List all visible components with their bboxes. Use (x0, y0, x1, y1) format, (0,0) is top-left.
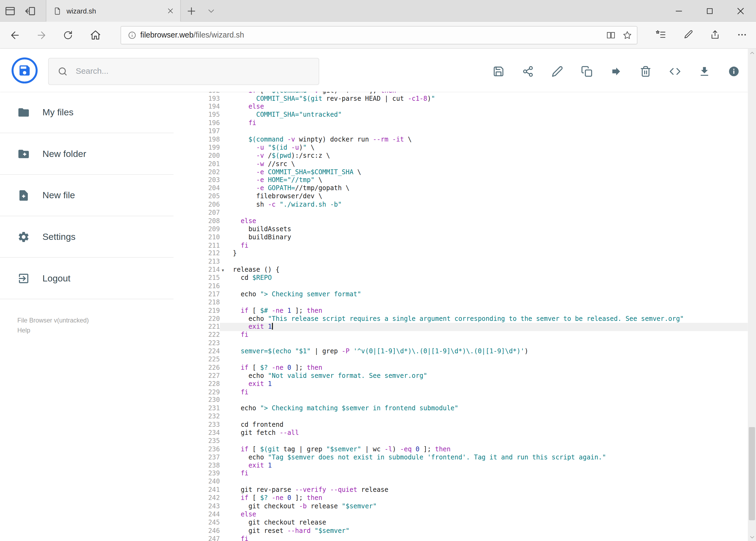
reading-view-icon[interactable] (606, 31, 616, 40)
sidebar-item-my-files[interactable]: My files (0, 92, 173, 133)
code-line[interactable]: 235 (173, 437, 748, 445)
scroll-up-icon[interactable] (748, 49, 756, 57)
code-line[interactable]: 203 -e HOME="//tmp" \ (173, 176, 748, 185)
tab-list-chevron-icon[interactable] (206, 6, 216, 16)
copy-button[interactable] (577, 62, 596, 81)
code-line[interactable]: 210 buildBinary (173, 234, 748, 242)
refresh-button[interactable] (58, 25, 78, 45)
sidebar-item-settings[interactable]: Settings (0, 216, 173, 258)
sidebar-item-logout[interactable]: Logout (0, 258, 173, 299)
code-line[interactable]: 206 sh -c "./wizard.sh -b" (173, 201, 748, 209)
raw-code-button[interactable] (665, 62, 684, 81)
code-line[interactable]: 208 else (173, 217, 748, 225)
code-line[interactable]: 238 exit 1 (173, 462, 748, 470)
favorites-hub-icon[interactable] (651, 25, 670, 44)
code-line[interactable]: 212} (173, 250, 748, 258)
tab-close-icon[interactable] (165, 6, 175, 16)
save-button[interactable] (489, 62, 508, 81)
code-line[interactable]: 225 (173, 356, 748, 364)
code-line[interactable]: 204 -e GOPATH=//tmp/gopath \ (173, 185, 748, 193)
code-line[interactable]: 213 (173, 258, 748, 266)
code-line[interactable]: 230 (173, 396, 748, 405)
share-file-button[interactable] (518, 62, 537, 81)
code-line[interactable]: 232 (173, 413, 748, 421)
delete-button[interactable] (636, 62, 655, 81)
set-tabs-aside-icon[interactable] (24, 5, 36, 17)
page-scrollbar[interactable] (748, 49, 756, 541)
code-line[interactable]: 241 git rev-parse --verify --quiet relea… (173, 486, 748, 494)
help-link[interactable]: Help (17, 325, 89, 335)
code-line[interactable]: 244 else (173, 510, 748, 519)
code-line[interactable]: 227 echo "Not valid semver format. See s… (173, 372, 748, 380)
code-line[interactable]: 209 buildAssets (173, 225, 748, 234)
code-line[interactable]: 226 if [ $? -ne 0 ]; then (173, 364, 748, 372)
code-line[interactable]: 243 git checkout -b release "$semver" (173, 502, 748, 510)
code-line[interactable]: 223 (173, 339, 748, 347)
site-info-icon[interactable] (127, 31, 136, 39)
code-line[interactable]: 218 (173, 299, 748, 307)
code-line[interactable]: 239 fi (173, 470, 748, 478)
close-button[interactable] (725, 0, 756, 22)
code-line[interactable]: 247 fi (173, 535, 748, 541)
code-editor[interactable]: 192 if [ "$(command -v git)" != "" ]; th… (173, 92, 748, 541)
code-line[interactable]: 224 semver=$(echo "$1" | grep -P '^v(0|[… (173, 347, 748, 356)
code-line[interactable]: 237 echo "Tag $semver does not exist in … (173, 453, 748, 462)
rename-button[interactable] (548, 62, 567, 81)
browser-tab[interactable]: wizard.sh (46, 0, 181, 22)
address-bar[interactable]: filebrowser.web/files/wizard.sh (121, 26, 637, 44)
code-line[interactable]: 234 git fetch --all (173, 429, 748, 437)
code-line[interactable]: 200 -v /$(pwd):/src:z \ (173, 152, 748, 160)
code-line[interactable]: 205 filebrowser/dev \ (173, 193, 748, 201)
share-icon[interactable] (705, 25, 725, 44)
maximize-button[interactable] (694, 0, 725, 22)
code-line[interactable]: 221 exit 1 (173, 323, 748, 331)
code-line[interactable]: 196 fi (173, 119, 748, 128)
tab-preview-icon[interactable] (4, 5, 16, 17)
code-line[interactable]: 229 fi (173, 388, 748, 396)
move-button[interactable] (607, 62, 626, 81)
info-button[interactable] (724, 62, 743, 81)
search-input[interactable] (76, 67, 310, 76)
fold-marker-icon[interactable]: ▾ (222, 267, 224, 275)
scroll-down-icon[interactable] (748, 533, 756, 541)
more-options-icon[interactable] (732, 25, 752, 44)
scrollbar-thumb[interactable] (749, 427, 755, 520)
code-line[interactable]: 233 cd frontend (173, 421, 748, 429)
forward-button[interactable] (31, 25, 52, 45)
code-line[interactable]: 202 -e COMMIT_SHA=$COMMIT_SHA \ (173, 168, 748, 176)
code-line[interactable]: 207 (173, 209, 748, 217)
code-line[interactable]: 215 cd $REPO (173, 274, 748, 282)
sidebar-item-new-folder[interactable]: New folder (0, 133, 173, 175)
code-line[interactable]: 214▾release () { (173, 266, 748, 274)
code-line[interactable]: 194 else (173, 103, 748, 111)
new-tab-button[interactable] (186, 5, 197, 17)
url-text[interactable]: filebrowser.web/files/wizard.sh (140, 31, 606, 39)
download-button[interactable] (695, 62, 714, 81)
code-line[interactable]: 236 if [ $(git tag | grep "$semver" | wc… (173, 445, 748, 453)
code-line[interactable]: 199 -u "$(id -u)" \ (173, 144, 748, 152)
code-line[interactable]: 217 echo "> Checking semver format" (173, 290, 748, 298)
code-line[interactable]: 246 git reset --hard "$semver" (173, 527, 748, 535)
code-line[interactable]: 240 (173, 478, 748, 486)
code-line[interactable]: 201 -w //src \ (173, 160, 748, 168)
code-line[interactable]: 228 exit 1 (173, 380, 748, 388)
code-line[interactable]: 231 echo "> Checking matching $semver in… (173, 405, 748, 413)
code-line[interactable]: 211 fi (173, 242, 748, 250)
code-line[interactable]: 198 $(command -v winpty) docker run --rm… (173, 136, 748, 144)
favorite-star-icon[interactable] (623, 31, 632, 40)
sidebar-item-new-file[interactable]: New file (0, 175, 173, 216)
code-line[interactable]: 219 if [ $# -ne 1 ]; then (173, 307, 748, 315)
code-line[interactable]: 245 git checkout release (173, 519, 748, 527)
code-line[interactable]: 195 COMMIT_SHA="untracked" (173, 111, 748, 119)
code-line[interactable]: 242 if [ $? -ne 0 ]; then (173, 494, 748, 502)
code-line[interactable]: 193 COMMIT_SHA="$(git rev-parse HEAD | c… (173, 95, 748, 103)
back-button[interactable] (5, 25, 25, 45)
code-line[interactable]: 192 if [ "$(command -v git)" != "" ]; th… (173, 92, 748, 95)
home-button[interactable] (85, 25, 106, 45)
code-line[interactable]: 220 echo "This release script requires a… (173, 315, 748, 323)
search-bar[interactable] (48, 58, 319, 85)
code-line[interactable]: 216 (173, 282, 748, 290)
code-line[interactable]: 197 (173, 128, 748, 136)
annotate-pen-icon[interactable] (678, 25, 697, 44)
code-line[interactable]: 222 fi (173, 331, 748, 339)
